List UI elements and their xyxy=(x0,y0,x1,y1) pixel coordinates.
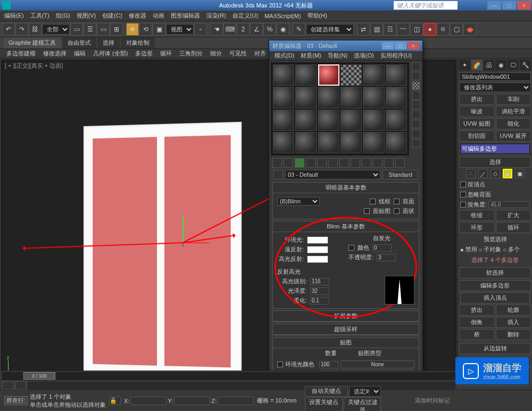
mat-menu-options[interactable]: 选项(O) xyxy=(351,52,377,60)
material-slot[interactable] xyxy=(386,110,407,131)
polygon-subobj[interactable]: ■ xyxy=(503,169,512,178)
sub-subdiv[interactable]: 细分 xyxy=(207,49,225,58)
bridge-button[interactable]: 桥 xyxy=(459,329,495,340)
key-filters-button[interactable]: 关键点过滤器 xyxy=(344,397,381,411)
material-slot[interactable] xyxy=(340,132,362,153)
show-end-result-button[interactable] xyxy=(373,158,383,168)
modifier-stack[interactable]: 可编辑多边形 xyxy=(459,143,531,155)
rect-region-button[interactable]: ▭ xyxy=(97,23,110,36)
options-button[interactable] xyxy=(412,120,420,128)
sub-modsel[interactable]: 修改选择 xyxy=(40,49,70,58)
modify-tab[interactable]: 🌈 xyxy=(471,60,483,70)
menu-create[interactable]: 创建(C) xyxy=(99,11,125,21)
background-button[interactable] xyxy=(412,81,420,90)
mat-menu-material[interactable]: 材质(M) xyxy=(297,52,325,60)
loop-button[interactable]: 循环 xyxy=(496,222,531,233)
material-type-button[interactable]: Standard xyxy=(383,170,418,179)
motion-tab[interactable]: ◉ xyxy=(495,60,506,70)
video-check-button[interactable] xyxy=(412,101,420,109)
mat-menu-utils[interactable]: 实用程序(U) xyxy=(377,52,415,60)
material-slot[interactable] xyxy=(295,110,317,131)
auto-key-button[interactable]: 自动关键点 xyxy=(305,386,348,397)
grow-button[interactable]: 扩大 xyxy=(496,210,531,221)
y-coord-input[interactable] xyxy=(174,397,210,405)
by-angle-check[interactable] xyxy=(460,202,466,208)
rollout-selection[interactable]: 选择 xyxy=(459,157,531,168)
bevel-button[interactable]: 倒角 xyxy=(459,317,495,328)
material-slot[interactable] xyxy=(363,132,384,153)
undo-button[interactable]: ↶ xyxy=(2,23,15,36)
make-copy-button[interactable] xyxy=(317,158,327,168)
help-search-input[interactable]: 键入关键字或短语 xyxy=(394,1,458,10)
mat-minimize-button[interactable]: — xyxy=(382,42,394,50)
sub-poly[interactable]: 多边形建模 xyxy=(3,49,39,58)
time-slider[interactable]: 0 / 100 xyxy=(2,372,455,380)
move-button[interactable]: ✥ xyxy=(126,23,139,36)
menu-tools[interactable]: 工具(T) xyxy=(27,11,53,21)
key-selection-dropdown[interactable]: 选定对象 xyxy=(349,386,381,397)
track-bar[interactable] xyxy=(28,382,455,389)
sample-uv-button[interactable] xyxy=(412,91,420,100)
mat-close-button[interactable]: × xyxy=(408,42,419,50)
redo-button[interactable]: ↷ xyxy=(15,23,28,36)
vertex-subobj[interactable]: ∴ xyxy=(466,169,476,178)
material-slot[interactable] xyxy=(386,64,407,86)
material-editor-button[interactable]: ● xyxy=(423,23,436,36)
ring-button[interactable]: 环形 xyxy=(459,222,495,233)
menu-customize[interactable]: 自定义(U) xyxy=(229,11,261,21)
menu-modifiers[interactable]: 修改器 xyxy=(126,11,149,21)
material-slot[interactable] xyxy=(273,87,294,108)
material-slot-active[interactable] xyxy=(318,64,339,86)
btn-bevel[interactable]: 车削 xyxy=(496,94,531,105)
timeline-snap-button[interactable] xyxy=(15,381,27,390)
pick-material-button[interactable] xyxy=(273,170,283,179)
set-key-button[interactable]: 设置关键点 xyxy=(305,397,343,411)
mat-menu-mode[interactable]: 模式(D) xyxy=(271,52,297,60)
ribbon-freeform[interactable]: 自由形式 xyxy=(62,37,96,48)
btn-noise[interactable]: 噪波 xyxy=(459,106,495,117)
edge-subobj[interactable]: ／ xyxy=(478,169,488,178)
render-button[interactable]: 🫖 xyxy=(463,23,476,36)
btn-turbosmooth[interactable]: 涡轮平滑 xyxy=(496,106,531,117)
x-coord-input[interactable] xyxy=(130,397,167,405)
angle-snap-button[interactable]: ∠ xyxy=(250,23,263,36)
material-slot[interactable] xyxy=(363,87,384,108)
time-slider-handle[interactable]: 0 / 100 xyxy=(23,372,55,380)
sub-align[interactable]: 对齐 xyxy=(251,49,269,58)
border-subobj[interactable]: ◇ xyxy=(491,169,500,178)
rollout-edit-poly[interactable]: 编辑多边形 xyxy=(459,280,531,291)
go-parent-button[interactable] xyxy=(384,158,394,168)
align-button[interactable]: ▤ xyxy=(370,23,383,36)
percent-snap-button[interactable]: % xyxy=(263,23,276,36)
ribbon-objpaint[interactable]: 对象绘制 xyxy=(121,37,155,48)
render-setup-button[interactable]: ⛭ xyxy=(437,23,450,36)
btn-uvwmap[interactable]: UVW 贴图 xyxy=(459,118,495,129)
mirror-button[interactable]: ⇄ xyxy=(357,23,370,36)
maximize-button[interactable]: □ xyxy=(502,1,516,10)
create-tab[interactable]: ✦ xyxy=(459,60,470,70)
reset-map-button[interactable] xyxy=(306,158,315,168)
material-slot[interactable] xyxy=(295,132,317,153)
mat-map-nav-button[interactable] xyxy=(412,139,420,147)
viewport-label[interactable]: [ + ][正交][真实 + 边面] xyxy=(5,62,63,70)
hierarchy-tab[interactable]: 品 xyxy=(484,60,495,70)
rollout-maps[interactable]: 贴图 xyxy=(273,338,419,348)
mat-maximize-button[interactable]: □ xyxy=(395,42,406,50)
utilities-tab[interactable]: 🔧 xyxy=(520,60,531,70)
material-editor-title-bar[interactable]: 材质编辑器 - 03 - Default — □ × xyxy=(269,40,422,51)
sub-geomall[interactable]: 几何体 (全部) xyxy=(90,49,131,58)
material-slot[interactable] xyxy=(273,110,294,131)
show-map-button[interactable] xyxy=(362,158,371,168)
select-by-name-button[interactable]: ☰ xyxy=(84,23,96,36)
lock-selection-button[interactable]: 🔒 xyxy=(109,397,121,405)
timeline-mode-button[interactable] xyxy=(2,381,14,390)
twosided-check[interactable] xyxy=(394,199,400,204)
sample-type-button[interactable] xyxy=(412,62,420,71)
material-slot[interactable] xyxy=(318,87,339,108)
menu-graph[interactable]: 图形编辑器 xyxy=(168,11,203,21)
put-to-lib-button[interactable] xyxy=(339,158,349,168)
selection-filter-dropdown[interactable]: 全部 xyxy=(42,24,70,35)
menu-animation[interactable]: 动画 xyxy=(149,11,168,21)
material-slot[interactable] xyxy=(318,110,339,131)
snap-2d-button[interactable]: 2 xyxy=(237,23,250,36)
